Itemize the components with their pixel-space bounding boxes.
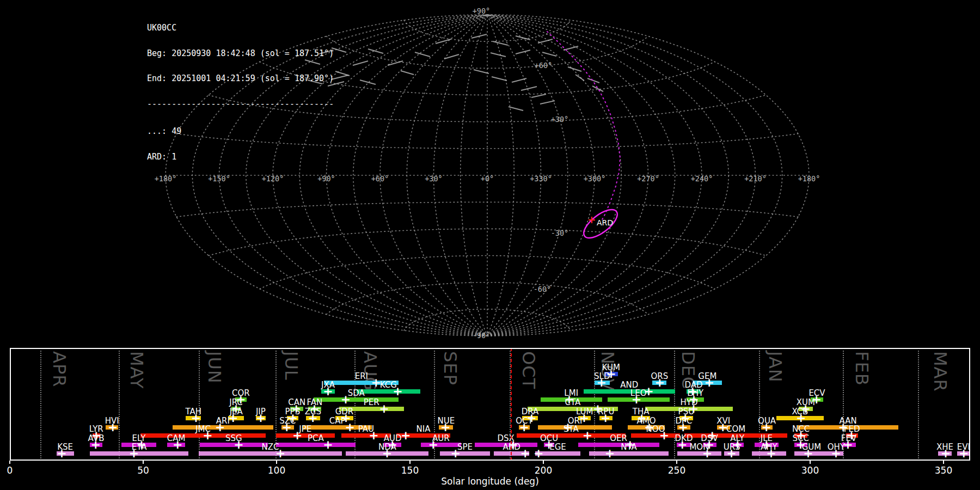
- shower-label: QUA: [758, 416, 776, 426]
- shower-label: STA: [564, 424, 579, 434]
- shower-label: CAM: [167, 433, 186, 443]
- shower-label: XUM: [797, 397, 815, 407]
- month-label-oct: OCT: [518, 351, 539, 389]
- meteor-trail-segment: [444, 54, 459, 59]
- equator-longitude-label: +330°: [530, 174, 552, 183]
- shower-label: ARI: [216, 416, 230, 426]
- peak-marker: +: [401, 430, 411, 442]
- shower-label: KSE: [57, 442, 73, 452]
- month-label-may: MAY: [126, 351, 147, 389]
- axis-tick-label: 250: [668, 465, 685, 476]
- pole-latitude-label: -90°: [473, 331, 491, 340]
- shower-label: URS: [724, 442, 740, 452]
- shower-label: CAN: [288, 397, 305, 407]
- shower-bar: [276, 443, 356, 447]
- shower-bar: [90, 451, 188, 456]
- month-label-jul: JUL: [281, 351, 302, 381]
- shower-label: FAN: [307, 397, 322, 407]
- shower-label: ECV: [808, 388, 825, 398]
- shower-label: RPU: [598, 407, 614, 416]
- shower-label: JIP: [256, 407, 266, 416]
- axis-tick: [676, 461, 677, 464]
- shower-label: DRA: [522, 407, 539, 416]
- shower-label: COM: [726, 424, 745, 434]
- shower-label: EGE: [549, 442, 566, 452]
- shower-label: PAU: [358, 424, 374, 434]
- meteor-trail-segment: [353, 61, 368, 65]
- meteor-trail-segment: [516, 36, 530, 40]
- shower-label: SLD: [594, 371, 610, 381]
- month-label-mar: MAR: [930, 351, 951, 392]
- shower-label: SSG: [225, 433, 242, 443]
- equator-longitude-label: +30°: [425, 174, 443, 183]
- session-info-panel: UK00CC Beg: 20250930 18:42:48 (sol = 187…: [147, 7, 334, 178]
- meteor-observation-screen: +180°+150°+120°+90°+60°+30°+0°+330°+300°…: [0, 0, 980, 490]
- meteor-trail-segment: [592, 86, 603, 91]
- shower-bar: [440, 451, 490, 456]
- shower-label: GUM: [802, 442, 822, 452]
- shower-label: LUM: [576, 407, 593, 416]
- shower-bar: [589, 451, 669, 456]
- shower-label: AVB: [88, 433, 105, 443]
- axis-tick-label: 0: [7, 465, 13, 476]
- shower-label: LYR: [89, 424, 103, 434]
- meteor-trail-segment: [512, 78, 526, 82]
- shower-bar: [517, 433, 626, 438]
- latitude-label: +30°: [551, 115, 569, 124]
- meteor-trail-segment: [493, 41, 508, 45]
- month-label-jan: JAN: [765, 351, 786, 383]
- shower-bar: [314, 397, 399, 402]
- shower-bar: [677, 451, 721, 456]
- shower-label: NUE: [438, 416, 455, 426]
- latitude-label: +60°: [535, 61, 553, 70]
- shower-bar: [276, 433, 335, 438]
- month-label-apr: APR: [49, 351, 70, 387]
- meteor-trail-segment: [521, 87, 537, 90]
- axis-tick: [9, 461, 10, 464]
- shower-label: MON: [689, 442, 709, 452]
- station-id: UK00CC: [147, 24, 334, 33]
- axis-tick-label: 200: [535, 465, 552, 476]
- shower-label: NOO: [646, 424, 665, 434]
- peak-marker: +: [583, 430, 592, 442]
- meteor-trail-segment: [388, 61, 403, 65]
- shower-label: ZCS: [305, 407, 321, 416]
- shower-label: HVI: [105, 416, 119, 426]
- meteor-trail-segment: [509, 107, 523, 111]
- pole-latitude-label: +90°: [473, 7, 491, 15]
- peak-marker: +: [520, 448, 530, 460]
- meteor-trail-segment: [335, 71, 350, 76]
- shower-label: JXA: [321, 380, 335, 390]
- peak-marker: +: [345, 421, 355, 433]
- month-label-feb: FEB: [852, 351, 872, 386]
- shower-bar: [584, 389, 676, 394]
- shower-label: LEO: [630, 388, 647, 398]
- equator-longitude-label: +180°: [798, 174, 820, 183]
- session-end: End: 20251001 04:21:59 (sol = 187.90°): [147, 75, 334, 83]
- meteor-trail-segment: [491, 53, 506, 57]
- shower-label: DPC: [675, 416, 692, 426]
- month-boundary-line: [40, 348, 41, 461]
- axis-tick: [810, 461, 811, 464]
- shower-bar: [631, 433, 680, 438]
- shower-label: XCB: [792, 407, 808, 416]
- shower-label: JRC: [229, 397, 243, 407]
- axis-tick-label: 50: [137, 465, 149, 476]
- equator-longitude-label: +0°: [481, 174, 494, 183]
- month-label-jun: JUN: [204, 351, 225, 384]
- shower-label: FED: [844, 424, 860, 434]
- meteor-trail-segment: [540, 101, 555, 104]
- equator-longitude-label: +270°: [637, 174, 659, 183]
- meteor-trail-segment: [415, 52, 430, 57]
- activity-timeline-chart: APRMAYJUNJULAUGSEPOCTNOVDECJANFEBMAR+KUM…: [10, 348, 970, 461]
- x-axis-title: Solar longitude (deg): [441, 476, 539, 487]
- meteor-trail-segment: [474, 70, 489, 74]
- meteor-trail-segment: [360, 80, 376, 84]
- peak-marker: +: [534, 448, 543, 460]
- sporadic-count: ...: 49: [147, 127, 334, 136]
- shower-bar: [199, 451, 342, 456]
- shower-bar: [578, 443, 659, 447]
- shower-label: TAH: [186, 407, 202, 416]
- axis-tick: [943, 461, 944, 464]
- shower-label: GDR: [335, 407, 354, 416]
